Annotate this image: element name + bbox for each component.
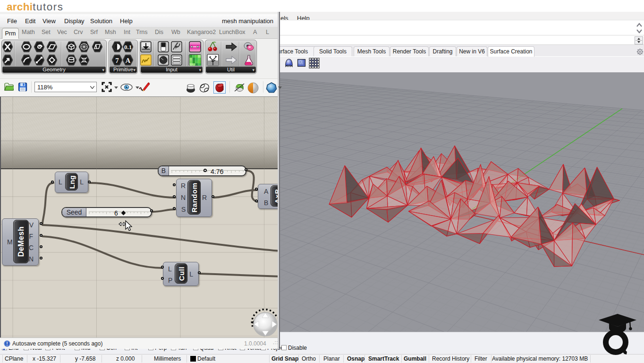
svg-text:0.1: 0.1: [124, 43, 131, 51]
svg-text:A: A: [125, 57, 130, 64]
svg-text:7: 7: [115, 57, 119, 64]
svg-text:!: !: [6, 341, 8, 346]
